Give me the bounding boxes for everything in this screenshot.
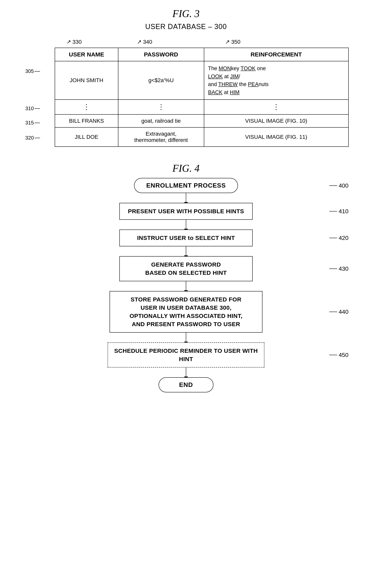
- cell-305-username: JOHN SMITH: [55, 61, 118, 100]
- text-him: HIM: [230, 89, 240, 95]
- col-ref-350: ↗ 350: [225, 39, 241, 45]
- flow-item-420: INSTRUCT USER to SELECT HINT 420: [12, 230, 360, 246]
- fig3-title: FIG. 3: [12, 8, 360, 19]
- flow-item-start: ENROLLMENT PROCESS 400: [12, 178, 360, 193]
- header-username: USER NAME: [55, 48, 118, 61]
- node-430: GENERATE PASSWORDBASED ON SELECTED HINT: [119, 256, 253, 281]
- header-password: PASSWORD: [118, 48, 204, 61]
- database-table-section: ↗ 330 ↗ 340 ↗ 350 305 310 315 320 USER N…: [39, 39, 333, 147]
- arrow-3: [186, 246, 186, 256]
- table-row-310: ⋮ ⋮ ⋮: [55, 100, 349, 115]
- node-410: PRESENT USER WITH POSSIBLE HINTS: [119, 203, 253, 220]
- ref-420: 420: [329, 235, 349, 241]
- arrow-6: [186, 368, 186, 377]
- cell-310-username: ⋮: [55, 100, 118, 115]
- text-took: TOOK: [241, 65, 255, 71]
- cell-320-password: Extravagant,thermometer, different: [118, 127, 204, 147]
- node-440: STORE PASSWORD GENERATED FORUSER IN USER…: [110, 291, 262, 333]
- node-420: INSTRUCT USER to SELECT HINT: [119, 230, 253, 246]
- row-ref-315: 315: [25, 120, 40, 126]
- text-threw: THREW: [218, 81, 238, 87]
- row-ref-320: 320: [25, 135, 40, 141]
- cell-315-password: goat, railroad tie: [118, 115, 204, 127]
- row-ref-305: 305: [25, 68, 40, 74]
- table-row-315: BILL FRANKS goat, railroad tie VISUAL IM…: [55, 115, 349, 127]
- cell-305-password: g<$2a'%U: [118, 61, 204, 100]
- flowchart: ENROLLMENT PROCESS 400 PRESENT USER WITH…: [12, 178, 360, 392]
- user-database-table: USER NAME PASSWORD REINFORCEMENT JOHN SM…: [55, 48, 349, 147]
- arrow-5: [186, 333, 186, 342]
- ref-410: 410: [329, 208, 349, 215]
- fig3-section: FIG. 3 USER DATABASE – 300 ↗ 330 ↗ 340 ↗…: [12, 8, 360, 147]
- table-row-305: JOHN SMITH g<$2a'%U The MONkey TOOK one …: [55, 61, 349, 100]
- fig3-subtitle: USER DATABASE – 300: [12, 22, 360, 31]
- flow-item-440: STORE PASSWORD GENERATED FORUSER IN USER…: [12, 291, 360, 333]
- node-450: SCHEDULE PERIODIC REMINDER TO USER WITH …: [108, 342, 264, 368]
- cell-315-reinforcement: VISUAL IMAGE (FIG. 10): [204, 115, 349, 127]
- cell-320-reinforcement: VISUAL IMAGE (FIG. 11): [204, 127, 349, 147]
- col-ref-340: ↗ 340: [137, 39, 152, 45]
- fig4-section: FIG. 4 ENROLLMENT PROCESS 400 PRESENT US…: [12, 162, 360, 392]
- arrow-2: [186, 220, 186, 230]
- flow-item-410: PRESENT USER WITH POSSIBLE HINTS 410: [12, 203, 360, 220]
- cell-310-password: ⋮: [118, 100, 204, 115]
- node-enrollment: ENROLLMENT PROCESS: [134, 178, 238, 193]
- text-jim: JIM: [230, 74, 239, 79]
- ref-400: 400: [329, 182, 349, 189]
- flow-item-450: SCHEDULE PERIODIC REMINDER TO USER WITH …: [12, 342, 360, 368]
- text-back: BACK: [208, 89, 223, 95]
- flow-item-430: GENERATE PASSWORDBASED ON SELECTED HINT …: [12, 256, 360, 281]
- col-ref-330: ↗ 330: [66, 39, 82, 45]
- arrow-4: [186, 281, 186, 291]
- header-reinforcement: REINFORCEMENT: [204, 48, 349, 61]
- node-end: END: [159, 377, 213, 392]
- cell-305-reinforcement: The MONkey TOOK one LOOK at JIM/ and THR…: [204, 61, 349, 100]
- ref-440: 440: [329, 308, 349, 315]
- text-pea: PEA: [248, 81, 258, 87]
- cell-320-username: JILL DOE: [55, 127, 118, 147]
- ref-450: 450: [329, 352, 349, 358]
- arrow-1: [186, 193, 186, 203]
- ref-430: 430: [329, 265, 349, 272]
- row-ref-310: 310: [25, 105, 40, 112]
- flow-item-end: END: [12, 377, 360, 392]
- table-row-320: JILL DOE Extravagant,thermometer, differ…: [55, 127, 349, 147]
- cell-310-reinforcement: ⋮: [204, 100, 349, 115]
- text-monkey: MON: [219, 65, 231, 71]
- fig4-title: FIG. 4: [12, 162, 360, 174]
- text-look: LOOK: [208, 74, 223, 79]
- cell-315-username: BILL FRANKS: [55, 115, 118, 127]
